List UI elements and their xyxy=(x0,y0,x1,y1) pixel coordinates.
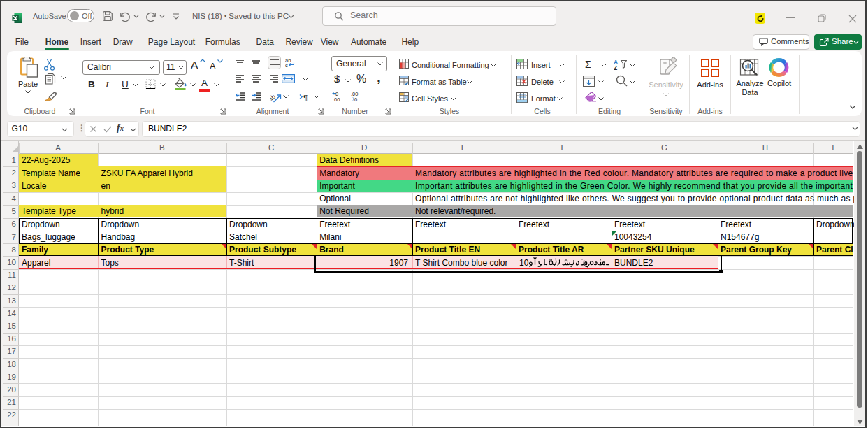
svg-text:ab: ab xyxy=(270,93,277,103)
svg-text:.00: .00 xyxy=(333,96,340,102)
svg-text:0: 0 xyxy=(354,96,357,102)
svg-text:Z: Z xyxy=(614,64,617,71)
svg-text:¶: ¶ xyxy=(303,94,308,102)
svg-text:c: c xyxy=(285,62,288,68)
